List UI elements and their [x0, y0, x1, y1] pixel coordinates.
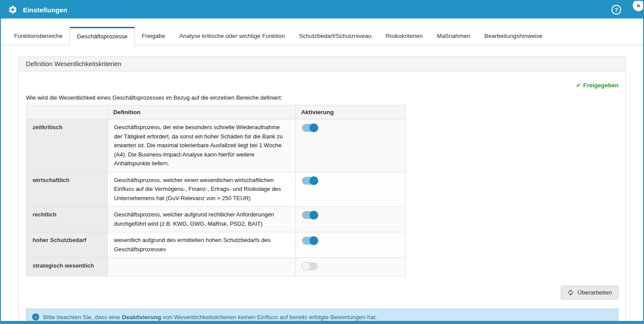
criterion-definition: Geschäftsprozess, welcher aufgrund recht… — [108, 207, 296, 232]
toggle-knob — [309, 236, 318, 245]
status-badge: ✔Freigegeben — [576, 82, 618, 89]
tab-funktionsbereiche[interactable]: Funktionsbereiche — [7, 26, 70, 45]
table-row: hoher Schutzbedarf wesentlich aufgrund d… — [26, 232, 406, 258]
criteria-table: Definition Aktivierung zeitkritisch Gesc… — [26, 105, 406, 276]
panel-body: ✔Freigegeben Wie wird die Wesentlichkeit… — [19, 71, 626, 324]
col-header-criterion — [26, 105, 108, 119]
criterion-definition: Geschäftsprozess, der eine besonders sch… — [108, 119, 296, 172]
activation-cell — [296, 258, 406, 276]
activation-cell — [296, 119, 406, 172]
definition-panel: Definition Wesentlichkeitskriterien ✔Fre… — [18, 56, 626, 324]
gear-icon — [8, 5, 18, 15]
criterion-label: zeitkritisch — [26, 119, 108, 172]
tab-freigabe[interactable]: Freigabe — [135, 26, 172, 45]
table-row: wirtschaftlich Geschäftsprozess, welcher… — [26, 172, 406, 207]
close-icon[interactable]: × — [633, 0, 644, 11]
window-title: Einstellungen — [23, 6, 67, 14]
refresh-icon — [567, 289, 574, 296]
toggle-knob — [309, 176, 318, 185]
notice-text: Bitte beachten Sie, dass eine Deaktivier… — [43, 314, 377, 320]
activation-cell — [296, 207, 406, 232]
toggle-knob — [302, 262, 310, 271]
table-row: zeitkritisch Geschäftsprozess, der eine … — [26, 119, 406, 172]
criterion-label: hoher Schutzbedarf — [26, 232, 108, 258]
tab-bar: Funktionsbereiche Geschäftsprozesse Frei… — [1, 19, 643, 45]
titlebar: Einstellungen ? — [1, 1, 643, 19]
settings-window: × Einstellungen ? Funktionsbereiche Gesc… — [0, 0, 644, 324]
criterion-definition — [108, 258, 296, 276]
tab-analyse-kritische-funktion[interactable]: Analyse kritische oder wichtige Funktion — [172, 26, 292, 45]
panel-title: Definition Wesentlichkeitskriterien — [19, 57, 626, 71]
col-header-definition: Definition — [108, 105, 296, 119]
criterion-label: wirtschaftlich — [26, 172, 108, 207]
check-icon: ✔ — [576, 82, 581, 89]
info-icon: i — [32, 313, 39, 320]
intro-text: Wie wird die Wesentlichkeit eines Geschä… — [26, 94, 618, 101]
actions-row: Überarbeiten — [26, 286, 618, 299]
tab-bearbeitungshinweise[interactable]: Bearbeitungshinweise — [477, 26, 549, 45]
activation-toggle[interactable] — [302, 237, 318, 245]
toggle-knob — [309, 211, 318, 220]
activation-toggle[interactable] — [302, 211, 318, 219]
tab-schutzbedarf-schutzniveau[interactable]: Schutzbedarf/Schutzniveau — [292, 26, 378, 45]
toggle-knob — [309, 123, 318, 132]
status-row: ✔Freigegeben — [26, 81, 618, 89]
tab-massnahmen[interactable]: Maßnahmen — [430, 26, 477, 45]
revise-button[interactable]: Überarbeiten — [561, 286, 618, 299]
help-icon[interactable]: ? — [611, 5, 621, 15]
table-header-row: Definition Aktivierung — [26, 105, 406, 119]
activation-cell — [296, 232, 406, 258]
col-header-activation: Aktivierung — [296, 105, 406, 119]
activation-toggle[interactable] — [302, 262, 318, 270]
tab-risikokriterien[interactable]: Risikokriterien — [379, 26, 430, 45]
activation-cell — [296, 172, 406, 207]
tab-geschaeftsprozesse[interactable]: Geschäftsprozesse — [70, 27, 135, 45]
criterion-label: strategisch wesentlich — [26, 258, 108, 276]
activation-toggle[interactable] — [302, 124, 318, 132]
table-row: rechtlich Geschäftsprozess, welcher aufg… — [26, 207, 406, 232]
criterion-definition: wesentlich aufgrund des ermittelten hohe… — [108, 232, 296, 258]
activation-toggle[interactable] — [302, 177, 318, 185]
criterion-label: rechtlich — [26, 207, 108, 232]
notice-bar: i Bitte beachten Sie, dass eine Deaktivi… — [26, 309, 618, 324]
main-content: Definition Wesentlichkeitskriterien ✔Fre… — [1, 45, 643, 324]
status-label: Freigegeben — [583, 82, 618, 89]
revise-button-label: Überarbeiten — [578, 289, 612, 296]
table-row: strategisch wesentlich — [26, 258, 406, 276]
criterion-definition: Geschäftsprozess, welcher einen wesentli… — [108, 172, 296, 207]
